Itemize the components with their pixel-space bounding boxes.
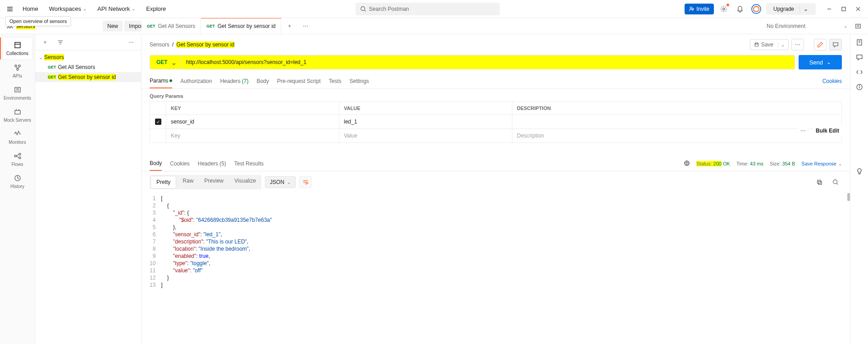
rail-mock[interactable]: Mock Servers <box>2 104 33 126</box>
svg-line-50 <box>837 183 838 185</box>
resp-tab-headers[interactable]: Headers (5) <box>198 157 226 170</box>
format-selector[interactable]: JSON⌄ <box>265 176 296 188</box>
tree-item-get-all[interactable]: GET Get All Sensors <box>35 62 141 72</box>
global-search[interactable]: Search Postman <box>356 3 500 15</box>
header-desc: DESCRIPTION <box>512 102 841 115</box>
code-body: [ { "_id": { "$oid": "6426689cb39a9135e7… <box>161 195 842 289</box>
rail-label: APIs <box>13 73 22 78</box>
svg-point-35 <box>19 157 21 159</box>
req-tab-auth[interactable]: Authorization <box>180 74 212 88</box>
url-input[interactable]: http://localhost:5000/api/sensors?sensor… <box>182 55 795 69</box>
tab-get-sensor-by-id[interactable]: GET Get Sensor by sensor id <box>201 18 281 34</box>
view-preview[interactable]: Preview <box>199 175 229 189</box>
upgrade-button[interactable]: Upgrade⌄ <box>766 3 816 15</box>
settings-icon[interactable] <box>717 3 730 15</box>
svg-point-49 <box>833 180 837 184</box>
notifications-icon[interactable] <box>734 3 746 15</box>
req-tab-body[interactable]: Body <box>256 74 269 88</box>
rail-apis[interactable]: APIs <box>2 60 33 82</box>
tab-more-icon[interactable]: ⋯ <box>297 18 314 34</box>
chevron-down-icon: ⌄ <box>838 161 842 166</box>
window-close-icon[interactable] <box>852 3 864 15</box>
send-button[interactable]: Send <box>799 55 842 69</box>
documentation-icon[interactable] <box>856 39 863 47</box>
svg-point-5 <box>690 7 693 9</box>
param-value-input[interactable]: led_1 <box>339 115 512 128</box>
req-tab-tests[interactable]: Tests <box>329 74 341 88</box>
checkbox-checked-icon: ✓ <box>155 119 161 125</box>
param-checkbox[interactable]: ✓ <box>150 115 166 128</box>
breadcrumb-root[interactable]: Sensors <box>150 41 169 48</box>
param-key-input[interactable]: sensor_id <box>166 115 339 128</box>
resp-tab-tests[interactable]: Test Results <box>234 157 264 170</box>
network-icon[interactable] <box>684 160 690 167</box>
comment-icon[interactable] <box>829 39 842 50</box>
apis-icon <box>14 64 22 72</box>
sidebar-more-icon[interactable]: ⋯ <box>125 36 137 49</box>
sidebar-filter-icon[interactable] <box>54 36 67 49</box>
view-raw[interactable]: Raw <box>177 175 199 189</box>
sidebar-add-icon[interactable]: + <box>39 36 51 49</box>
environment-quicklook-icon[interactable] <box>852 20 864 32</box>
info-icon[interactable] <box>856 83 863 92</box>
chevron-down-icon: ⌄ <box>83 6 87 11</box>
scrollbar[interactable] <box>847 193 850 201</box>
more-actions-icon[interactable]: ⋯ <box>791 39 804 50</box>
rail-monitors[interactable]: Monitors <box>2 126 33 148</box>
status-info: Status: 200 OK <box>696 161 730 166</box>
save-button[interactable]: Save ⌄ <box>750 39 789 50</box>
rail-label: Mock Servers <box>4 118 31 123</box>
param-desc-placeholder[interactable]: Description <box>512 129 841 142</box>
nav-home[interactable]: Home <box>18 3 43 15</box>
tree-collection-sensors[interactable]: ⌄ Sensors <box>35 52 141 62</box>
resp-tab-cookies[interactable]: Cookies <box>170 157 189 170</box>
response-view-group: Pretty Raw Preview Visualize <box>150 175 261 189</box>
menu-icon[interactable] <box>4 3 16 15</box>
tab-label: Headers <box>220 78 240 84</box>
tab-get-all-sensors[interactable]: GET Get All Sensors <box>142 18 201 34</box>
new-button[interactable]: New <box>103 21 123 32</box>
environment-selector[interactable]: No Environment ⌄ <box>762 18 852 34</box>
edit-icon[interactable] <box>814 39 827 50</box>
tree-item-get-by-id[interactable]: GET Get Sensor by sensor id <box>35 72 141 82</box>
chevron-down-icon: ⌄ <box>778 42 785 47</box>
req-tab-params[interactable]: Params <box>150 74 172 88</box>
comments-icon[interactable] <box>856 54 863 62</box>
avatar[interactable] <box>750 3 763 15</box>
nav-workspaces[interactable]: Workspaces⌄ <box>45 3 91 15</box>
rail-history[interactable]: History <box>2 170 33 193</box>
view-pretty[interactable]: Pretty <box>151 176 176 188</box>
window-minimize-icon[interactable] <box>823 3 836 15</box>
svg-line-36 <box>16 154 19 156</box>
param-value-placeholder[interactable]: Value <box>339 129 512 142</box>
json-response[interactable]: 12345678910111213 [ { "_id": { "$oid": "… <box>142 193 850 298</box>
search-response-icon[interactable] <box>829 176 842 188</box>
bulk-edit-button[interactable]: Bulk Edit <box>813 125 842 137</box>
nav-explore[interactable]: Explore <box>142 3 170 15</box>
cookies-link[interactable]: Cookies <box>822 78 842 84</box>
query-params-title: Query Params <box>142 89 850 101</box>
window-maximize-icon[interactable] <box>837 3 850 15</box>
view-visualize[interactable]: Visualize <box>229 175 261 189</box>
rail-flows[interactable]: Flows <box>2 148 33 170</box>
req-tab-prereq[interactable]: Pre-request Script <box>277 74 321 88</box>
nav-api-network[interactable]: API Network⌄ <box>93 3 140 15</box>
code-icon[interactable] <box>856 69 863 77</box>
copy-icon[interactable] <box>813 176 826 188</box>
rail-collections[interactable]: Collections <box>2 37 33 60</box>
invite-button[interactable]: Invite <box>685 4 714 14</box>
param-key-placeholder[interactable]: Key <box>166 129 339 142</box>
method-selector[interactable]: GET <box>150 55 182 69</box>
param-desc-input[interactable] <box>512 115 841 128</box>
req-tab-settings[interactable]: Settings <box>350 74 369 88</box>
svg-point-23 <box>18 65 20 67</box>
save-response-button[interactable]: Save Response⌄ <box>801 161 842 166</box>
resp-tab-body[interactable]: Body <box>150 156 162 171</box>
req-tab-headers[interactable]: Headers (7) <box>220 74 248 88</box>
params-more-icon[interactable]: ⋯ <box>798 125 809 137</box>
svg-rect-47 <box>818 180 821 183</box>
wrap-lines-icon[interactable] <box>299 176 312 188</box>
lightbulb-icon[interactable] <box>856 168 863 176</box>
tab-add-button[interactable]: + <box>281 18 297 34</box>
rail-environments[interactable]: Environments <box>2 82 33 104</box>
